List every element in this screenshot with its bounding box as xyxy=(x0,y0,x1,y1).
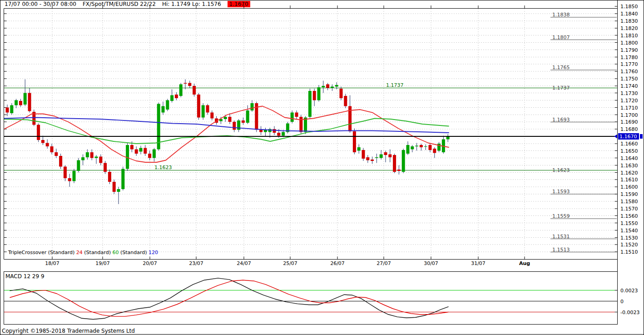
x-axis-label: 24/07 xyxy=(237,260,251,266)
candle xyxy=(348,106,352,132)
candle xyxy=(108,172,111,182)
macd-indicator-label: MACD 12 29 9 xyxy=(5,273,45,280)
candle xyxy=(188,83,191,86)
y-axis-label: 1.1830 xyxy=(620,18,638,24)
candle xyxy=(228,117,232,122)
candle xyxy=(206,105,209,113)
candle xyxy=(397,170,401,171)
candle xyxy=(210,113,213,119)
y-axis-label: 1.1840 xyxy=(620,11,638,17)
candle xyxy=(424,146,427,147)
candle xyxy=(95,157,98,158)
y-axis-label: 1.1810 xyxy=(620,33,638,39)
candle xyxy=(388,155,391,158)
candle xyxy=(86,152,89,157)
candle xyxy=(6,108,9,113)
candle xyxy=(313,91,316,100)
y-axis-label: 1.1600 xyxy=(620,184,638,190)
price-level-label: 1.1623 xyxy=(552,167,570,173)
price-level-label-green: 1.1623 xyxy=(154,165,172,170)
y-axis-label: 1.1510 xyxy=(620,249,638,255)
price-level-label-green: 1.1737 xyxy=(386,82,404,88)
legend-part: TripleCrossover (Standard) xyxy=(8,250,76,255)
x-axis-label: 20/07 xyxy=(143,260,157,266)
y-axis-label: 1.1650 xyxy=(620,148,638,154)
candle xyxy=(68,178,71,181)
price-level-label: 1.1807 xyxy=(552,35,570,40)
candle xyxy=(282,132,285,136)
candle xyxy=(353,131,356,152)
candle xyxy=(139,148,143,152)
y-axis-label: 1.1740 xyxy=(620,83,638,89)
y-axis-label: 1.1640 xyxy=(620,155,638,161)
y-axis-label: 1.1710 xyxy=(620,105,638,111)
macd-axis-label: -0.0023 xyxy=(620,310,639,315)
candle xyxy=(273,129,276,133)
candle xyxy=(251,103,254,110)
candle xyxy=(175,95,178,98)
candle xyxy=(64,167,67,179)
x-axis-label: Aug xyxy=(519,260,530,266)
candle xyxy=(54,152,58,156)
price-level-label: 1.1593 xyxy=(552,189,570,195)
candle xyxy=(371,160,374,161)
y-axis-label: 1.1680 xyxy=(620,126,638,132)
ma-line-120 xyxy=(4,118,449,133)
candle xyxy=(59,156,62,167)
y-axis-label: 1.1700 xyxy=(620,112,638,118)
price-level-label: 1.1513 xyxy=(552,247,570,253)
main-chart-svg[interactable]: 1.18501.18401.18301.18201.18101.18001.17… xyxy=(0,0,644,335)
y-axis-label: 1.1620 xyxy=(620,170,638,176)
candle xyxy=(259,130,263,132)
candle xyxy=(117,189,120,192)
candle xyxy=(277,133,280,136)
y-axis-label: 1.1750 xyxy=(620,76,638,82)
candle xyxy=(406,145,410,154)
candle xyxy=(113,182,116,192)
x-axis-label: 26/07 xyxy=(330,260,345,266)
x-axis-label: 30/07 xyxy=(424,260,438,266)
candle xyxy=(184,83,187,84)
y-axis-label: 1.1580 xyxy=(620,199,638,205)
legend-part: (Standard) xyxy=(83,250,113,255)
candle xyxy=(233,122,236,130)
candle xyxy=(375,157,378,158)
y-axis-label: 1.1800 xyxy=(620,40,638,46)
candle xyxy=(24,93,27,105)
candle xyxy=(50,146,54,152)
y-axis-label: 1.1730 xyxy=(620,90,638,96)
y-axis-label: 1.1570 xyxy=(620,206,638,212)
candle xyxy=(73,171,76,181)
x-axis-label: 18/07 xyxy=(45,260,59,266)
indicator-legend: TripleCrossover (Standard) 24 (Standard)… xyxy=(8,250,158,255)
y-axis-label: 1.1780 xyxy=(620,55,638,60)
candle xyxy=(81,157,84,160)
candle xyxy=(41,140,45,143)
candle xyxy=(362,150,365,159)
candle xyxy=(246,110,249,123)
x-axis-label: 31/07 xyxy=(471,260,485,266)
candle xyxy=(420,145,423,147)
candle xyxy=(242,120,245,123)
price-level-label: 1.1765 xyxy=(552,65,570,70)
y-axis-label: 1.1540 xyxy=(620,228,638,234)
candle xyxy=(10,105,13,114)
candle xyxy=(179,85,183,96)
price-level-label: 1.1693 xyxy=(552,117,570,123)
y-axis-label: 1.1820 xyxy=(620,25,638,31)
candle xyxy=(15,100,18,105)
candle xyxy=(37,125,40,140)
candle xyxy=(326,85,329,88)
trading-terminal-window: 17/07 00:00 - 30/07 08:00FX/Spot/TM/EURU… xyxy=(0,0,644,335)
y-axis-label: 1.1690 xyxy=(620,119,638,125)
candle xyxy=(148,154,151,158)
candle xyxy=(135,150,138,154)
candle xyxy=(322,86,325,87)
y-axis-label: 1.1790 xyxy=(620,47,638,53)
y-axis-label: 1.1550 xyxy=(620,220,638,226)
legend-part-ma120: 120 xyxy=(149,250,158,255)
candle xyxy=(193,86,196,95)
copyright-footer: Copyright ©1985-2018 Tradermade Systems … xyxy=(2,328,135,334)
price-level-label: 1.1559 xyxy=(552,213,570,219)
candle xyxy=(197,95,200,118)
